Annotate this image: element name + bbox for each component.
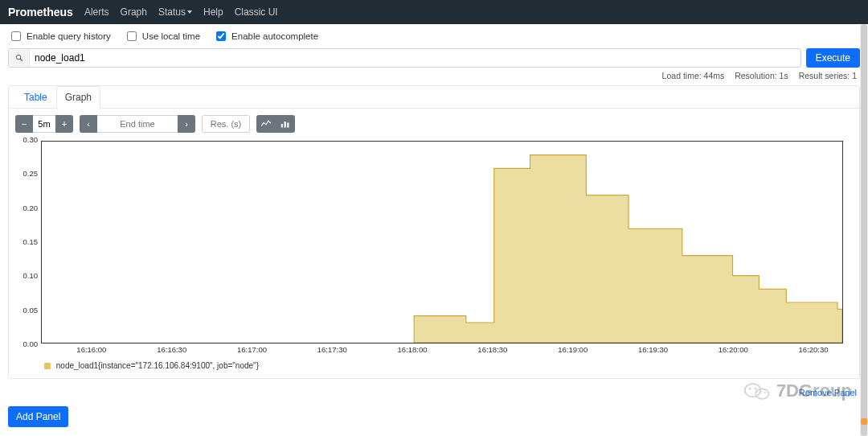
scrollbar[interactable] (860, 24, 868, 436)
graph-controls: − + ‹ › (9, 109, 859, 136)
tabs: Table Graph (9, 85, 859, 109)
x-tick: 16:19:00 (558, 345, 588, 354)
range-plus-button[interactable]: + (55, 115, 73, 133)
x-tick: 16:18:00 (398, 345, 428, 354)
range-group: − + (15, 115, 73, 133)
plot-area[interactable] (41, 141, 843, 343)
opt-autocomplete[interactable]: Enable autocomplete (213, 29, 318, 43)
nav-classic[interactable]: Classic UI (235, 6, 278, 18)
y-tick: 0.20 (23, 203, 39, 212)
meta-load: Load time: 44ms (662, 71, 725, 80)
search-icon (9, 49, 30, 67)
tab-graph[interactable]: Graph (56, 86, 100, 109)
execute-button[interactable]: Execute (806, 48, 860, 68)
navbar: Prometheus Alerts Graph Status Help Clas… (0, 0, 868, 24)
query-input[interactable] (30, 49, 800, 67)
chart: 0.300.250.200.150.100.050.00 16:16:0016:… (17, 139, 843, 356)
x-tick: 16:20:30 (799, 345, 829, 354)
opt-history[interactable]: Enable query history (8, 29, 111, 43)
autocomplete-checkbox[interactable] (216, 31, 226, 41)
x-axis: 16:16:0016:16:3016:17:0016:17:3016:18:00… (41, 345, 843, 356)
scroll-thumb[interactable] (861, 24, 867, 436)
svg-rect-2 (281, 124, 283, 128)
time-prev-button[interactable]: ‹ (80, 115, 97, 133)
endtime-group: ‹ › (80, 115, 195, 133)
x-tick: 16:16:30 (157, 345, 186, 354)
nav-status[interactable]: Status (158, 6, 192, 18)
tab-table[interactable]: Table (15, 86, 56, 109)
add-panel-button[interactable]: Add Panel (8, 406, 68, 427)
endtime-input[interactable] (97, 115, 178, 133)
x-tick: 16:16:00 (76, 345, 106, 354)
svg-rect-4 (287, 123, 289, 128)
svg-point-0 (16, 55, 21, 60)
stacked-mode-button[interactable] (276, 115, 295, 133)
opt-autocomplete-label: Enable autocomplete (231, 31, 318, 41)
x-tick: 16:17:30 (317, 345, 347, 354)
legend[interactable]: node_load1{instance="172.16.106.84:9100"… (9, 356, 859, 373)
y-tick: 0.15 (23, 237, 39, 246)
meta-res: Resolution: 1s (735, 71, 788, 80)
history-checkbox[interactable] (11, 31, 21, 41)
svg-line-1 (20, 59, 23, 61)
nav-graph[interactable]: Graph (121, 6, 147, 18)
res-group (202, 115, 250, 133)
legend-swatch (44, 363, 51, 369)
range-minus-button[interactable]: − (15, 115, 33, 133)
res-input[interactable] (202, 115, 250, 133)
y-axis: 0.300.250.200.150.100.050.00 (17, 139, 39, 343)
query-row: Execute (0, 48, 868, 68)
scroll-indicator (861, 418, 867, 425)
x-tick: 16:17:00 (237, 345, 267, 354)
meta-series: Result series: 1 (799, 71, 857, 80)
x-tick: 16:19:30 (638, 345, 668, 354)
y-tick: 0.30 (23, 135, 39, 144)
panel: Table Graph − + ‹ › 0.300.250.200.150.10… (8, 85, 860, 379)
nav-help[interactable]: Help (203, 6, 223, 18)
bar-chart-icon (280, 120, 290, 128)
options-bar: Enable query history Use local time Enab… (0, 24, 868, 48)
opt-history-label: Enable query history (27, 31, 111, 41)
x-tick: 16:18:30 (477, 345, 507, 354)
mode-group (256, 115, 295, 133)
time-next-button[interactable]: › (178, 115, 195, 133)
line-chart-icon (261, 120, 271, 128)
remove-panel-link[interactable]: Remove Panel (799, 388, 857, 397)
line-mode-button[interactable] (256, 115, 276, 133)
legend-label: node_load1{instance="172.16.106.84:9100"… (56, 361, 259, 370)
nav-status-label: Status (158, 6, 186, 18)
nav-alerts[interactable]: Alerts (84, 6, 109, 18)
brand: Prometheus (8, 6, 73, 19)
y-tick: 0.05 (23, 305, 39, 314)
meta-row: Load time: 44ms Resolution: 1s Result se… (0, 68, 868, 80)
remove-row: Remove Panel (0, 384, 868, 401)
chevron-down-icon (187, 10, 192, 14)
opt-localtime[interactable]: Use local time (124, 29, 200, 43)
svg-rect-3 (285, 121, 286, 128)
range-input[interactable] (33, 115, 55, 133)
y-tick: 0.10 (23, 271, 39, 280)
query-box (8, 48, 801, 68)
opt-localtime-label: Use local time (142, 31, 200, 41)
y-tick: 0.00 (23, 339, 39, 348)
x-tick: 16:20:00 (719, 345, 748, 354)
localtime-checkbox[interactable] (127, 31, 137, 41)
y-tick: 0.25 (23, 169, 39, 178)
